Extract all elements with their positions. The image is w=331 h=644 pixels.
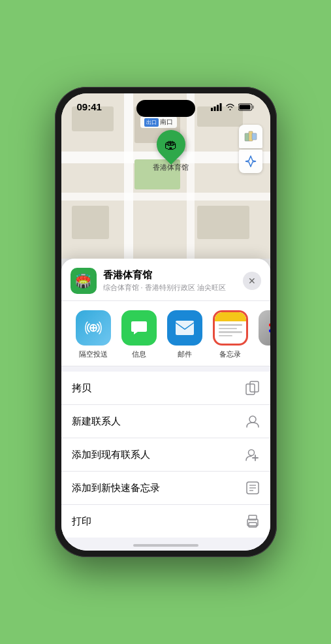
action-print[interactable]: 打印 [61, 505, 270, 538]
venue-name: 香港体育馆 [103, 269, 243, 282]
pin-emoji: 🏟 [165, 137, 178, 152]
svg-rect-0 [211, 108, 213, 111]
share-row: 隔空投送 信息 [61, 301, 270, 366]
copy-label: 拷贝 [72, 382, 91, 394]
svg-rect-2 [217, 105, 219, 111]
phone-screen: 09:41 [61, 93, 270, 551]
messages-icon [121, 310, 157, 346]
add-notes-label: 添加到新快速备忘录 [72, 482, 160, 494]
road-horizontal-2 [61, 193, 270, 201]
add-existing-label: 添加到现有联系人 [72, 449, 150, 461]
notes-icon [245, 481, 260, 495]
svg-rect-6 [239, 105, 250, 109]
map-controls [239, 125, 262, 173]
signal-icon [211, 103, 222, 111]
airdrop-icon [76, 310, 111, 346]
action-add-existing[interactable]: 添加到现有联系人 [61, 438, 270, 472]
new-contact-icon [245, 414, 260, 428]
svg-rect-9 [252, 133, 257, 140]
share-mail[interactable]: 邮件 [162, 310, 208, 359]
svg-rect-5 [253, 105, 254, 108]
phone-frame: 09:41 [55, 87, 277, 557]
status-icons [211, 103, 255, 111]
svg-point-16 [249, 416, 256, 423]
bottom-sheet: 🏟️ 香港体育馆 综合体育馆 · 香港特别行政区 油尖旺区 ✕ [61, 259, 270, 551]
messages-label: 信息 [132, 349, 146, 359]
home-bar [133, 544, 198, 547]
svg-rect-13 [176, 321, 194, 335]
mail-label: 邮件 [178, 349, 192, 359]
dynamic-island [136, 100, 195, 117]
dot [269, 329, 270, 332]
svg-rect-1 [213, 106, 215, 111]
venue-icon: 🏟️ [71, 268, 97, 294]
dots-row-2 [269, 329, 270, 332]
pin-marker: 🏟 [151, 124, 191, 165]
wifi-icon [225, 103, 235, 110]
share-more[interactable]: 推 [253, 310, 270, 359]
close-button[interactable]: ✕ [243, 272, 261, 290]
location-button[interactable] [239, 150, 262, 173]
dots-row [269, 323, 270, 327]
home-indicator [61, 538, 270, 551]
action-list: 拷贝 新建联系人 [61, 372, 270, 538]
action-copy[interactable]: 拷贝 [61, 372, 270, 405]
more-icon [259, 310, 270, 346]
notes-label: 备忘录 [219, 349, 241, 359]
dot [269, 323, 270, 327]
label-tag: 出口 [144, 118, 159, 127]
road-vertical-1 [124, 93, 133, 259]
print-label: 打印 [72, 515, 91, 528]
action-new-contact[interactable]: 新建联系人 [61, 405, 270, 438]
airdrop-label: 隔空投送 [79, 349, 108, 359]
action-add-notes[interactable]: 添加到新快速备忘录 [61, 472, 270, 505]
notes-app-icon [213, 310, 248, 346]
add-contact-icon [245, 447, 260, 462]
svg-point-17 [248, 450, 254, 456]
share-airdrop[interactable]: 隔空投送 [71, 310, 116, 359]
mail-icon [167, 310, 202, 346]
road-vertical-2 [187, 93, 195, 259]
copy-icon [245, 381, 260, 395]
venue-desc: 综合体育馆 · 香港特别行政区 油尖旺区 [103, 283, 243, 293]
new-contact-label: 新建联系人 [72, 415, 121, 428]
map-area[interactable]: 出口 南口 [61, 93, 270, 259]
svg-rect-3 [219, 103, 221, 111]
battery-icon [238, 103, 255, 111]
share-messages[interactable]: 信息 [116, 310, 162, 359]
building-block [72, 206, 110, 239]
venue-info: 香港体育馆 综合体育馆 · 香港特别行政区 油尖旺区 [103, 269, 243, 293]
status-time: 09:41 [77, 101, 102, 112]
map-pin: 🏟 香港体育馆 [153, 130, 189, 172]
svg-rect-26 [249, 523, 257, 527]
location-label: 出口 南口 [140, 116, 177, 128]
sheet-header: 🏟️ 香港体育馆 综合体育馆 · 香港特别行政区 油尖旺区 ✕ [61, 259, 270, 301]
print-icon [245, 514, 260, 528]
map-type-button[interactable] [239, 125, 262, 148]
building-block [197, 206, 249, 239]
share-notes[interactable]: 备忘录 [208, 310, 253, 359]
location-label-text: 南口 [160, 118, 173, 127]
